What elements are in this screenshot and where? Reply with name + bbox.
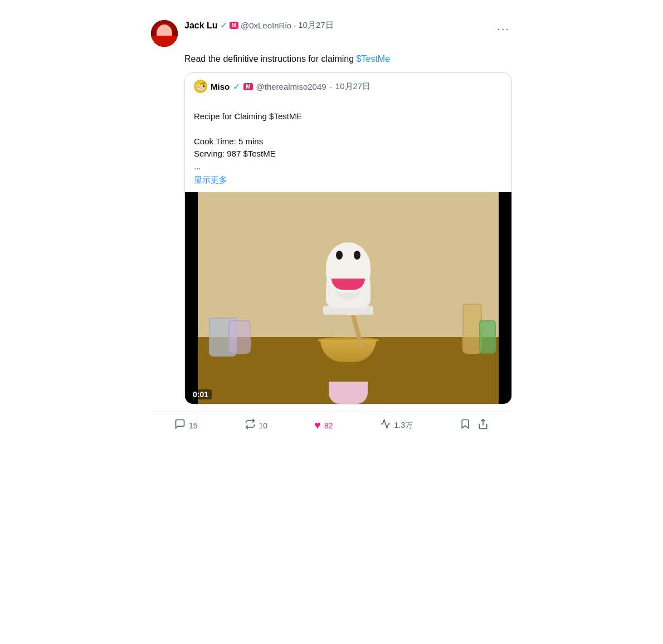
m-badge: M xyxy=(230,22,238,29)
quoted-tweet-content: 🍜 Miso ✓ M @therealmiso2049 · 10月27日 Rec… xyxy=(185,73,511,192)
video-black-bar-right xyxy=(499,192,511,404)
quoted-tweet[interactable]: 🍜 Miso ✓ M @therealmiso2049 · 10月27日 Rec… xyxy=(184,72,512,404)
retweet-button[interactable]: 10 xyxy=(245,418,268,432)
quoted-verified-icon: ✓ xyxy=(233,81,240,92)
retweet-icon xyxy=(245,418,256,432)
quoted-user-name[interactable]: Miso xyxy=(211,82,230,91)
like-count: 82 xyxy=(324,421,333,430)
reply-button[interactable]: 15 xyxy=(174,418,198,432)
show-more-link[interactable]: 显示更多 xyxy=(194,175,503,186)
user-info: Jack Lu ✓ M @0xLeoInRio · 10月27日 xyxy=(184,20,495,31)
quoted-avatar-icon: 🍜 xyxy=(194,80,207,93)
quoted-tweet-text: Recipe for Claiming $TestMECook Time: 5 … xyxy=(194,97,503,173)
quoted-user-handle[interactable]: @therealmiso2049 xyxy=(256,82,326,91)
reply-count: 15 xyxy=(189,421,198,430)
quoted-text-line1: Recipe for Claiming $TestME xyxy=(194,111,301,121)
quoted-text-line4: Serving: 987 $TestME xyxy=(194,149,276,158)
bookmark-icon xyxy=(460,418,471,432)
quoted-avatar[interactable]: 🍜 xyxy=(194,80,207,93)
retweet-count: 10 xyxy=(259,421,268,430)
tweet-mention[interactable]: $TestMe xyxy=(357,54,390,64)
more-options-button[interactable]: ··· xyxy=(495,20,512,37)
user-name[interactable]: Jack Lu xyxy=(184,21,218,31)
bookmark-button[interactable] xyxy=(460,418,471,432)
chef-eye-right xyxy=(354,251,360,260)
quoted-text-ellipsis: ... xyxy=(194,162,201,171)
quoted-text-line3: Cook Time: 5 mins xyxy=(194,136,263,146)
video-black-bar-left xyxy=(185,192,198,404)
chef-body xyxy=(326,242,370,292)
like-button[interactable]: ♥ 82 xyxy=(314,419,333,432)
tweet-container: Jack Lu ✓ M @0xLeoInRio · 10月27日 ··· Rea… xyxy=(142,11,521,439)
share-button[interactable] xyxy=(477,418,489,432)
views-button[interactable]: 1.3万 xyxy=(380,418,413,432)
tweet-text-prefix: Read the definitive instructions for cla… xyxy=(184,54,357,64)
video-timestamp: 0:01 xyxy=(189,389,212,399)
avatar[interactable] xyxy=(151,20,178,47)
like-icon: ♥ xyxy=(314,419,321,432)
reply-icon xyxy=(174,418,186,432)
verified-icon: ✓ xyxy=(220,20,227,31)
chef-eye-left xyxy=(336,251,343,260)
chef-apron xyxy=(329,382,368,404)
tweet-date: 10月27日 xyxy=(298,20,333,31)
video-player[interactable]: 0:01 xyxy=(185,192,511,404)
user-handle[interactable]: @0xLeoInRio xyxy=(241,21,291,30)
quoted-dot-separator: · xyxy=(330,82,332,91)
jar-left2 xyxy=(228,320,251,354)
video-frame xyxy=(198,192,499,404)
share-icon xyxy=(477,418,489,432)
dot-separator: · xyxy=(294,21,296,30)
views-icon xyxy=(380,418,391,432)
jar-right2 xyxy=(479,320,496,354)
quoted-tweet-date: 10月27日 xyxy=(335,81,370,92)
main-tweet-header: Jack Lu ✓ M @0xLeoInRio · 10月27日 ··· xyxy=(151,20,512,47)
quoted-header: 🍜 Miso ✓ M @therealmiso2049 · 10月27日 xyxy=(194,80,503,93)
views-count: 1.3万 xyxy=(394,421,413,431)
quoted-m-badge: M xyxy=(243,83,252,90)
action-right-group xyxy=(460,418,489,432)
main-tweet-text: Read the definitive instructions for cla… xyxy=(151,52,512,66)
action-bar: 15 10 ♥ 82 1.3万 xyxy=(151,411,512,439)
